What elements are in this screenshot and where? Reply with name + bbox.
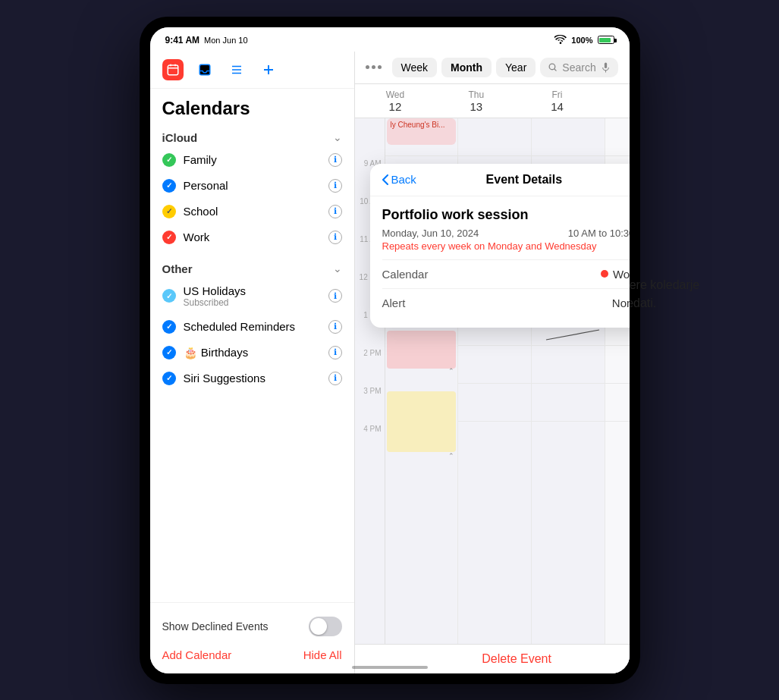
other-section-header[interactable]: Other ⌄ [150,256,354,278]
add-calendar-button[interactable]: Add Calendar [162,648,232,661]
svg-rect-1 [170,64,171,66]
week-button[interactable]: Week [392,58,438,77]
calendar-family[interactable]: ✓ Family ℹ [150,147,354,173]
calendar-toolbar-icon[interactable] [162,59,184,80]
sidebar-content: iCloud ⌄ ✓ Family ℹ ✓ Personal ℹ ✓ [150,125,354,602]
event-time-range: 10 AM to 10:30 AM [568,228,630,239]
today-button[interactable]: Today [623,61,630,74]
work-calendar-dot [601,270,608,278]
calendar-us-holidays[interactable]: ✓ US Holidays Subscribed ℹ [150,278,354,314]
work-label: Work [184,231,321,243]
svg-rect-3 [199,64,210,75]
search-icon [548,62,558,72]
week-day-thu: Thu 13 [435,84,517,118]
search-placeholder: Search [562,61,595,74]
svg-rect-0 [168,65,178,75]
birthdays-label: 🎂 Birthdays [184,346,321,359]
week-day-fri: Fri 14 [517,84,598,118]
calendar-grid: 9 AM 10 AM 11 AM 12 PM 1 PM 2 PM 3 PM 4 … [355,118,630,644]
family-info-icon[interactable]: ℹ [328,153,342,167]
school-dot: ✓ [162,205,176,218]
svg-rect-5 [605,62,607,68]
calendar-birthdays[interactable]: ✓ 🎂 Birthdays ℹ [150,340,354,366]
show-declined-toggle[interactable] [309,617,342,636]
popup-header: Back Event Details Edit [370,164,630,196]
pink-event-2[interactable] [387,331,457,369]
svg-rect-2 [174,64,176,66]
sidebar-toolbar [150,52,354,89]
holidays-dot: ✓ [162,289,176,303]
add-toolbar-icon[interactable] [258,59,279,80]
calendar-personal[interactable]: ✓ Personal ℹ [150,173,354,199]
week-day-sat: Sat 15 [598,84,630,118]
personal-info-icon[interactable]: ℹ [328,179,342,193]
calendar-value: Work [613,268,630,281]
siri-info-icon[interactable]: ℹ [328,372,342,385]
hide-all-button[interactable]: Hide All [303,648,342,661]
fri-num: 14 [520,100,595,113]
popup-body: Portfolio work session Monday, Jun 10, 2… [370,196,630,328]
back-label: Back [391,173,416,186]
inbox-toolbar-icon[interactable] [194,59,215,80]
calendar-work[interactable]: ✓ Work ℹ [150,224,354,250]
wed-label: Wed [386,89,404,100]
alert-value-row[interactable]: None ⌃ [612,297,630,309]
alert-row: Alert None ⌃ [382,288,630,317]
back-chevron-icon [382,174,388,185]
week-day-wed: Wed 12 [355,84,436,118]
wed-num: 12 [358,100,433,113]
event-date: Monday, Jun 10, 2024 [382,228,479,239]
alert-value: None [612,297,630,309]
reminders-info-icon[interactable]: ℹ [328,320,342,334]
thu-label: Thu [468,89,484,100]
calendar-siri-suggestions[interactable]: ✓ Siri Suggestions ℹ [150,366,354,391]
search-bar[interactable]: Search [540,58,617,77]
yellow-event-1[interactable] [387,391,457,452]
birthdays-info-icon[interactable]: ℹ [328,346,342,359]
calendar-row-label: Calendar [382,268,429,281]
popup-back-button[interactable]: Back [382,173,416,186]
alert-label: Alert [382,297,406,309]
other-chevron-icon: ⌄ [333,262,342,275]
status-bar: 9:41 AM Mon Jun 10 100% [150,27,630,52]
siri-dot: ✓ [162,372,176,385]
event-title: Portfolio work session [382,207,630,223]
sidebar: Calendars iCloud ⌄ ✓ Family ℹ ✓ Persona [150,52,355,673]
calendar-row-value[interactable]: Work ⌃ [601,268,630,281]
holidays-label: US Holidays [184,284,321,297]
icloud-section-title: iCloud [162,131,198,144]
show-declined-label: Show Declined Events [162,620,269,633]
holidays-info-icon[interactable]: ℹ [328,289,342,303]
show-declined-row: Show Declined Events [162,611,342,642]
work-dot: ✓ [162,231,176,244]
personal-dot: ✓ [162,179,176,193]
birthdays-dot: ✓ [162,346,176,359]
status-day: Mon Jun 10 [204,36,247,45]
family-label: Family [184,153,321,166]
month-button[interactable]: Month [441,58,492,77]
fri-label: Fri [552,89,563,100]
work-info-icon[interactable]: ℹ [328,231,342,244]
siri-label: Siri Suggestions [184,372,321,385]
calendar-nav: Week Month Year Search Today [355,52,630,84]
event-repeat: Repeats every week on Monday and Wednesd… [382,240,630,252]
delete-event-button[interactable]: Delete Event [482,652,551,666]
wifi-icon [554,35,567,46]
calendar-row: Calendar Work ⌃ [382,259,630,288]
family-dot: ✓ [162,153,176,167]
calendar-school[interactable]: ✓ School ℹ [150,199,354,224]
event-time-row: Monday, Jun 10, 2024 10 AM to 10:30 AM [382,228,630,239]
personal-label: Personal [184,179,321,192]
reminders-label: Scheduled Reminders [184,320,321,333]
list-toolbar-icon[interactable] [226,59,247,80]
calendar-scheduled-reminders[interactable]: ✓ Scheduled Reminders ℹ [150,314,354,340]
calendar-footer: Delete Event [355,644,630,673]
week-header: Wed 12 Thu 13 Fri 14 Sat 15 [355,84,630,118]
partial-event[interactable]: ly Cheung's Bi... [387,118,457,145]
home-indicator [352,666,428,669]
status-time: 9:41 AM [165,35,200,46]
icloud-section-header[interactable]: iCloud ⌄ [150,125,354,147]
year-button[interactable]: Year [496,58,536,77]
calendar-area: Week Month Year Search Today Wed 12 [355,52,630,673]
school-info-icon[interactable]: ℹ [328,205,342,218]
